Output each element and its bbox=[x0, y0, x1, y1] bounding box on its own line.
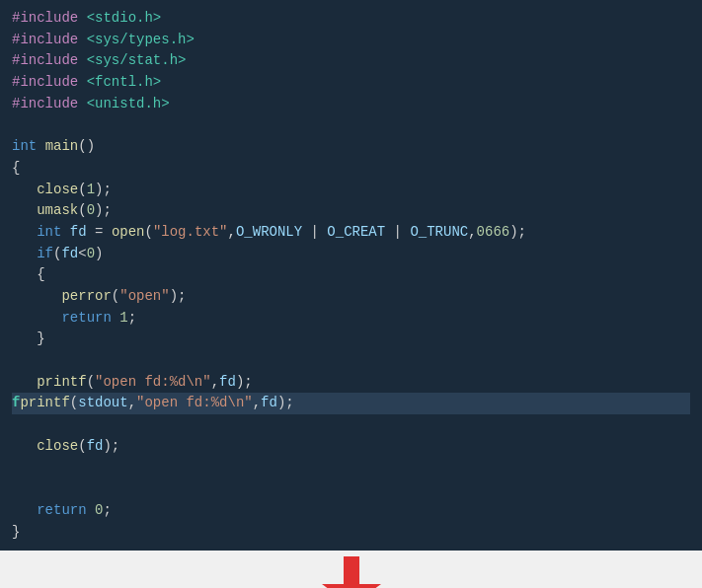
code-line: printf("open fd:%d\n",fd); bbox=[12, 372, 690, 394]
code-line bbox=[12, 350, 690, 372]
code-line: #include <sys/types.h> bbox=[12, 30, 690, 51]
code-line: return 0; bbox=[12, 500, 690, 522]
code-line: close(fd); bbox=[12, 436, 690, 458]
code-line: perror("open"); bbox=[12, 286, 690, 308]
down-arrow-icon bbox=[322, 556, 381, 588]
code-line: #include <unistd.h> bbox=[12, 94, 690, 115]
code-line bbox=[12, 114, 690, 136]
arrow-area bbox=[0, 551, 702, 588]
code-line: #include <sys/stat.h> bbox=[12, 50, 690, 72]
code-line: } bbox=[12, 329, 690, 350]
highlighted-code-line: fprintf(stdout,"open fd:%d\n",fd); bbox=[12, 393, 690, 414]
code-line: return 1; bbox=[12, 308, 690, 330]
code-line: int main() bbox=[12, 136, 690, 158]
code-line: #include <fcntl.h> bbox=[12, 72, 690, 94]
code-line: { bbox=[12, 158, 690, 180]
code-editor: #include <stdio.h> #include <sys/types.h… bbox=[0, 0, 702, 551]
code-line: close(1); bbox=[12, 180, 690, 201]
svg-rect-0 bbox=[344, 556, 359, 584]
code-line: umask(0); bbox=[12, 200, 690, 222]
svg-marker-1 bbox=[322, 584, 381, 588]
code-line: if(fd<0) bbox=[12, 244, 690, 265]
code-line: } bbox=[12, 522, 690, 544]
code-line bbox=[12, 414, 690, 436]
code-line bbox=[12, 478, 690, 500]
code-line: int fd = open("log.txt",O_WRONLY | O_CRE… bbox=[12, 222, 690, 244]
code-line: #include <stdio.h> bbox=[12, 8, 690, 30]
code-line bbox=[12, 457, 690, 478]
code-line: { bbox=[12, 264, 690, 286]
